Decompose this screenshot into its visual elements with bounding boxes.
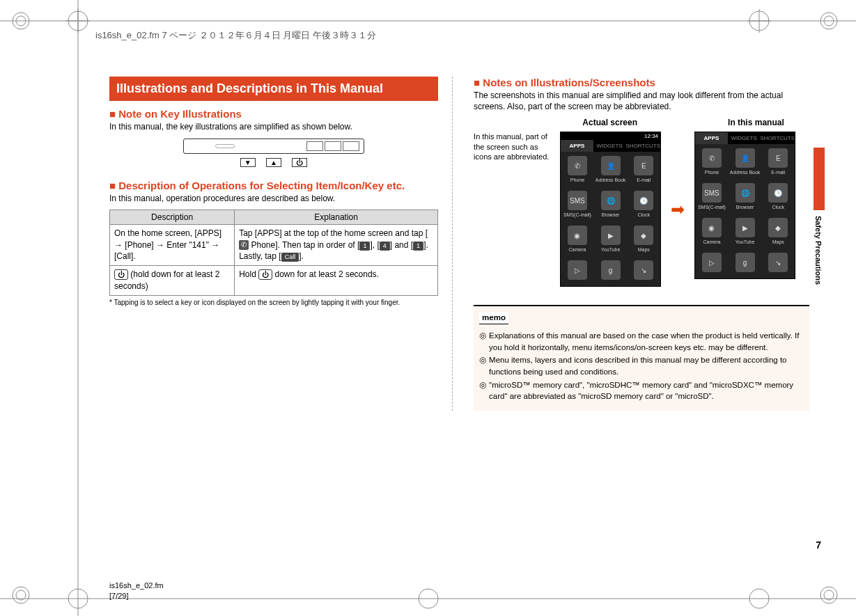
key-power-icon: ⏻ bbox=[292, 158, 307, 167]
search-icon: g bbox=[601, 260, 621, 280]
section-tab bbox=[814, 148, 825, 210]
key-down-icon: ▼ bbox=[240, 158, 256, 167]
maps-icon: ◆ bbox=[768, 218, 788, 237]
maps-icon: ◆ bbox=[634, 226, 653, 245]
memo-item: "microSD™ memory card", "microSDHC™ memo… bbox=[479, 379, 804, 402]
app-icon: ▷ bbox=[702, 253, 722, 272]
section-title: Illustrations and Descriptions in This M… bbox=[109, 77, 438, 101]
phone-icon: ✆ bbox=[702, 148, 722, 168]
sms-icon: SMS bbox=[702, 183, 722, 203]
power-key-icon: ⏻ bbox=[258, 269, 272, 280]
section-tab-label: Safety Precautions bbox=[814, 216, 823, 285]
tab-shortcuts: SHORTCUTS bbox=[760, 132, 795, 144]
email-icon: E bbox=[768, 148, 788, 168]
phone-screenshot-manual: APPS WIDGETS SHORTCUTS ✆Phone 👤Address B… bbox=[694, 132, 795, 279]
email-icon: E bbox=[634, 156, 653, 175]
app-icon: ↘ bbox=[768, 253, 788, 272]
contacts-icon: 👤 bbox=[736, 148, 755, 168]
body-text: In this manual, the key illustrations ar… bbox=[109, 121, 438, 132]
subhead-operations: Description of Operations for Selecting … bbox=[109, 180, 438, 191]
column-divider bbox=[452, 77, 453, 411]
table-cell: On the home screen, [APPS] → [Phone] → E… bbox=[110, 224, 235, 265]
youtube-icon: ▶ bbox=[736, 218, 755, 237]
search-icon: g bbox=[736, 253, 755, 272]
subhead-key-illustrations: Note on Key Illustrations bbox=[109, 108, 438, 120]
tab-apps: APPS bbox=[695, 132, 728, 144]
doc-header: is16sh_e_02.fm 7 ページ ２０１２年６月４日 月曜日 午後３時３… bbox=[95, 29, 376, 42]
subhead-screenshots: Notes on Illustrations/Screenshots bbox=[474, 77, 809, 88]
left-column: Illustrations and Descriptions in This M… bbox=[109, 77, 438, 411]
sms-icon: SMS bbox=[568, 191, 587, 210]
status-time: 12:34 bbox=[644, 133, 658, 139]
dialpad-key-1: 1 bbox=[413, 242, 423, 251]
browser-icon: 🌐 bbox=[736, 183, 755, 203]
clock-icon: 🕒 bbox=[634, 191, 653, 210]
contacts-icon: 👤 bbox=[601, 156, 621, 175]
youtube-icon: ▶ bbox=[601, 226, 621, 245]
camera-icon: ◉ bbox=[702, 218, 722, 237]
footnote: * Tapping is to select a key or icon dis… bbox=[109, 299, 438, 306]
svg-point-18 bbox=[820, 587, 837, 603]
memo-box: memo Explanations of this manual are bas… bbox=[474, 305, 809, 411]
footer-meta: is16sh_e_02.fm [7/29] bbox=[109, 581, 164, 601]
phone-screenshot-actual: 12:34 APPS WIDGETS SHORTCUTS ✆Phone 👤Add… bbox=[560, 132, 661, 287]
screenshot-note: In this manual, part of the screen such … bbox=[474, 132, 550, 161]
power-key-icon: ⏻ bbox=[114, 269, 128, 280]
tab-shortcuts: SHORTCUTS bbox=[625, 140, 660, 152]
operations-table: Description Explanation On the home scre… bbox=[109, 210, 438, 296]
camera-icon: ◉ bbox=[568, 226, 587, 245]
phone-icon: ✆ bbox=[568, 156, 587, 175]
key-illustration: ▼ ▲ ⏻ bbox=[109, 139, 438, 167]
table-header: Description bbox=[110, 210, 235, 224]
svg-point-16 bbox=[13, 587, 29, 603]
table-header: Explanation bbox=[235, 210, 438, 224]
table-cell: Hold ⏻ down for at least 2 seconds. bbox=[235, 266, 438, 296]
tab-apps: APPS bbox=[561, 140, 593, 152]
screenshot-label-manual: In this manual bbox=[728, 118, 784, 127]
memo-item: Explanations of this manual are based on… bbox=[479, 330, 804, 353]
browser-icon: 🌐 bbox=[601, 191, 621, 210]
dialpad-key-4: 4 bbox=[380, 242, 390, 251]
screenshot-label-actual: Actual screen bbox=[582, 118, 637, 127]
table-cell: ⏻ (hold down for at least 2 seconds) bbox=[110, 266, 235, 296]
clock-icon: 🕒 bbox=[768, 183, 788, 203]
dialpad-key-1: 1 bbox=[359, 242, 370, 251]
body-text: In this manual, operation procedures are… bbox=[109, 193, 438, 204]
memo-item: Menu items, layers and icons described i… bbox=[479, 354, 804, 377]
right-column: Notes on Illustrations/Screenshots The s… bbox=[474, 77, 809, 411]
phone-icon: ✆ bbox=[239, 240, 249, 250]
tab-widgets: WIDGETS bbox=[593, 140, 626, 152]
memo-title: memo bbox=[479, 312, 508, 324]
app-icon: ▷ bbox=[568, 260, 587, 280]
call-button-icon: Call bbox=[281, 253, 299, 262]
key-up-icon: ▲ bbox=[266, 158, 281, 167]
app-icon: ↘ bbox=[634, 260, 653, 280]
arrow-right-icon: ➡ bbox=[671, 200, 685, 219]
page-number: 7 bbox=[816, 539, 821, 551]
tab-widgets: WIDGETS bbox=[728, 132, 761, 144]
body-text: The screenshots in this manual are simpl… bbox=[474, 90, 809, 112]
table-cell: Tap [APPS] at the top of the home screen… bbox=[235, 224, 438, 265]
